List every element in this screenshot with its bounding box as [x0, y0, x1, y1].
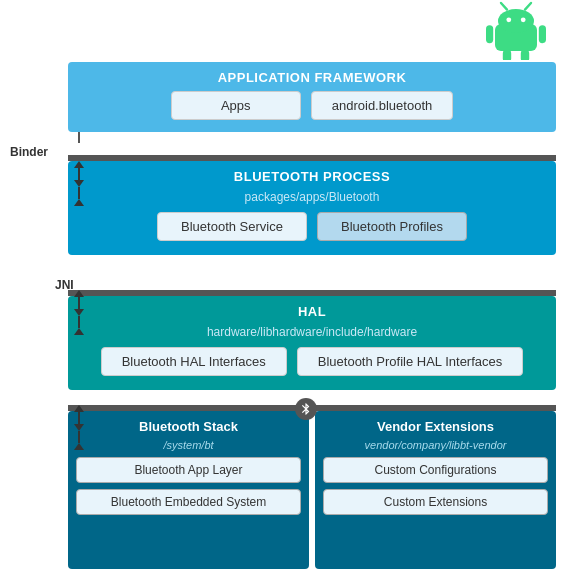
svg-point-1: [498, 9, 534, 33]
bt-process-section: BLUETOOTH PROCESS packages/apps/Bluetoot…: [68, 161, 556, 255]
svg-rect-9: [521, 50, 529, 60]
apps-card: Apps: [171, 91, 301, 120]
svg-point-2: [506, 17, 511, 22]
app-framework-header: APPLICATION FRAMEWORK: [68, 62, 556, 91]
bt-stack-section: Bluetooth Stack /system/bt Bluetooth App…: [68, 411, 309, 569]
arrow-hal: [74, 405, 84, 450]
hal-subtitle: hardware/libhardware/include/hardware: [68, 325, 556, 339]
svg-line-5: [525, 3, 531, 10]
app-framework-section: APPLICATION FRAMEWORK Apps android.bluet…: [68, 62, 556, 132]
bt-app-layer-card: Bluetooth App Layer: [76, 457, 301, 483]
bt-stack-header: Bluetooth Stack: [68, 411, 309, 439]
android-bluetooth-card: android.bluetooth: [311, 91, 453, 120]
app-framework-cards: Apps android.bluetooth: [68, 91, 556, 120]
arrow-binder: [74, 161, 84, 206]
vendor-cards: Custom Configurations Custom Extensions: [315, 457, 556, 515]
svg-line-4: [501, 3, 507, 10]
vendor-subtitle: vendor/company/libbt-vendor: [315, 439, 556, 451]
bt-icon: [295, 398, 317, 420]
svg-rect-6: [486, 25, 493, 43]
custom-extensions-card: Custom Extensions: [323, 489, 548, 515]
custom-configs-card: Custom Configurations: [323, 457, 548, 483]
bt-embedded-system-card: Bluetooth Embedded System: [76, 489, 301, 515]
bt-profiles-card: Bluetooth Profiles: [317, 212, 467, 241]
bt-process-cards: Bluetooth Service Bluetooth Profiles: [68, 212, 556, 241]
hal-section: HAL hardware/libhardware/include/hardwar…: [68, 296, 556, 390]
arrow-jni: [74, 290, 84, 335]
hal-cards: Bluetooth HAL Interfaces Bluetooth Profi…: [68, 347, 556, 376]
svg-point-3: [521, 17, 526, 22]
hal-profile-interfaces-card: Bluetooth Profile HAL Interfaces: [297, 347, 524, 376]
vendor-extensions-section: Vendor Extensions vendor/company/libbt-v…: [315, 411, 556, 569]
bt-process-header: BLUETOOTH PROCESS: [68, 161, 556, 190]
hal-header: HAL: [68, 296, 556, 325]
binder-label: Binder: [10, 145, 48, 159]
diagram-container: APPLICATION FRAMEWORK Apps android.bluet…: [0, 0, 566, 578]
svg-rect-7: [539, 25, 546, 43]
bt-process-subtitle: packages/apps/Bluetooth: [68, 190, 556, 204]
svg-rect-8: [503, 50, 511, 60]
bt-stack-subtitle: /system/bt: [68, 439, 309, 451]
bt-service-card: Bluetooth Service: [157, 212, 307, 241]
vendor-header: Vendor Extensions: [315, 411, 556, 439]
bottom-sections: Bluetooth Stack /system/bt Bluetooth App…: [68, 411, 556, 569]
bt-stack-cards: Bluetooth App Layer Bluetooth Embedded S…: [68, 457, 309, 515]
android-logo: [486, 0, 546, 60]
hal-interfaces-card: Bluetooth HAL Interfaces: [101, 347, 287, 376]
